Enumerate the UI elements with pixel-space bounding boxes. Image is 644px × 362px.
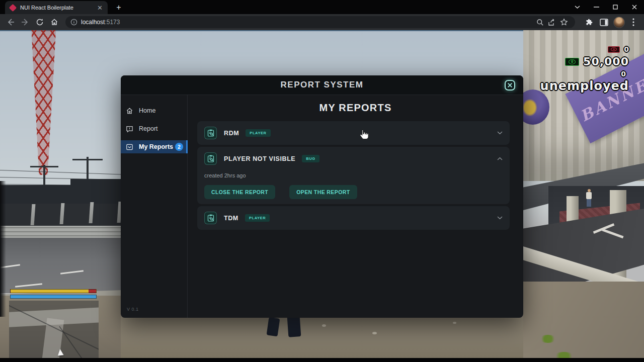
sidebar-item-my-reports[interactable]: My Reports 2 [121, 140, 187, 153]
globe-sign-logo [521, 98, 538, 118]
zoom-icon[interactable] [534, 17, 546, 28]
report-list: RDM PLAYER [197, 121, 510, 230]
ground-center [121, 314, 523, 362]
extensions-puzzle-icon[interactable] [582, 16, 595, 29]
player-leg [287, 315, 301, 337]
modal-body: Home Report My Reports 2 V 0.1 [121, 95, 523, 318]
close-report-button[interactable]: CLOSE THE REPORT [204, 185, 275, 199]
clipboard-search-icon [204, 152, 217, 165]
cash-green-oval: 0 [569, 59, 576, 64]
window-close-icon[interactable] [625, 0, 644, 14]
game-viewport: BANNER 0 0 [0, 30, 644, 362]
pebble [372, 332, 377, 334]
modal-sidebar: Home Report My Reports 2 V 0.1 [121, 95, 188, 318]
report-card-player-not-visible: PLAYER NOT VISIBLE BUG created 2hrs ago … [197, 147, 510, 204]
tab-title: NUI React Boilerplate [20, 5, 96, 11]
clipboard-search-icon [204, 212, 217, 224]
hud-cash-red-value: 0 [624, 45, 629, 53]
report-title: RDM [224, 130, 239, 137]
sidebar-item-home[interactable]: Home [121, 104, 187, 117]
site-info-icon[interactable] [70, 19, 77, 26]
browser-tab[interactable]: NUI React Boilerplate ✕ [5, 1, 108, 14]
profile-avatar[interactable] [613, 17, 625, 28]
minimap-map [9, 301, 99, 358]
minimap-player-arrow [57, 348, 63, 355]
active-item-accent [186, 140, 188, 153]
close-x-icon [508, 83, 512, 87]
minimap-rail-line [59, 326, 92, 358]
sidebar-item-report[interactable]: Report [121, 122, 187, 135]
minimap-stamina-bar [10, 289, 97, 293]
building-silhouette [0, 185, 75, 205]
minimap-armor-bar [10, 295, 97, 299]
home-icon [126, 107, 133, 115]
browser-titlebar: NUI React Boilerplate ✕ + [0, 0, 644, 14]
report-tag-badge: BUG [302, 155, 319, 162]
hud-cash-red-row: 0 0 [540, 45, 629, 53]
window-maximize-icon[interactable] [606, 0, 625, 14]
gravel-ground-right [523, 282, 644, 362]
bookmark-star-icon[interactable] [558, 17, 570, 28]
home-button-icon[interactable] [48, 16, 61, 29]
inbox-icon [126, 143, 133, 151]
chevron-up-icon[interactable] [497, 157, 503, 160]
report-card-header[interactable]: PLAYER NOT VISIBLE BUG [197, 147, 510, 170]
hud-cash-green-row: 0 50,000 [540, 55, 629, 68]
version-label: V 0.1 [127, 307, 139, 312]
report-card-header[interactable]: RDM PLAYER [197, 121, 510, 145]
screen: NUI React Boilerplate ✕ + [0, 0, 644, 362]
report-system-modal: REPORT SYSTEM Home Report [121, 75, 523, 318]
hud-cash-small-value: 0 [540, 70, 626, 78]
browser-menu-kebab-icon[interactable] [627, 16, 640, 29]
report-title: PLAYER NOT VISIBLE [224, 155, 295, 162]
url-port: :5173 [105, 19, 120, 26]
sidebar-item-label: Home [139, 107, 155, 114]
letterbox-bottom-bar [0, 358, 644, 362]
report-title: TDM [224, 215, 238, 222]
address-bar[interactable]: localhost :5173 [65, 16, 575, 28]
median-barrier [0, 226, 126, 238]
npc-pedestrian-torso [586, 192, 592, 199]
chevron-down-icon[interactable] [497, 131, 503, 135]
sidebar-item-label: My Reports [139, 143, 173, 150]
sidebar-item-label: Report [139, 125, 158, 132]
hud-cash-green-value: 50,000 [583, 55, 629, 68]
utility-pole-crossarm [30, 166, 58, 167]
pebble [322, 324, 326, 327]
forward-button-icon[interactable] [19, 16, 32, 29]
cash-red-oval: 0 [611, 47, 617, 51]
report-card-header[interactable]: TDM PLAYER [197, 206, 510, 230]
back-button-icon[interactable] [4, 16, 17, 29]
new-tab-button[interactable]: + [113, 3, 125, 13]
report-tag-badge: PLAYER [245, 214, 270, 222]
chevron-down-icon[interactable] [497, 216, 503, 220]
hud-minimap [9, 288, 99, 358]
message-alert-icon [126, 125, 133, 133]
window-controls [568, 0, 644, 14]
window-minimize-icon[interactable] [587, 0, 606, 14]
modal-close-button[interactable] [505, 80, 515, 90]
report-card-tdm: TDM PLAYER [197, 206, 510, 230]
report-actions: CLOSE THE REPORT OPEN THE REPORT [204, 185, 503, 199]
cash-red-icon: 0 [608, 46, 620, 53]
my-reports-count-badge: 2 [175, 143, 183, 151]
modal-main: MY REPORTS RDM PLAYER [188, 95, 523, 318]
window-menu-chevron-icon[interactable] [568, 0, 587, 14]
reload-button-icon[interactable] [33, 16, 46, 29]
scene-left-edge-shadow [0, 181, 6, 317]
open-report-button[interactable]: OPEN THE REPORT [289, 185, 357, 199]
mouse-cursor-hand [358, 129, 369, 141]
hud-money: 0 0 0 50,000 0 unemployed [540, 45, 629, 93]
report-tag-badge: PLAYER [246, 129, 270, 137]
url-host: localhost [81, 19, 105, 26]
clipboard-search-icon [204, 127, 217, 139]
side-panel-icon[interactable] [597, 16, 610, 29]
pebble [453, 322, 456, 324]
tab-close-icon[interactable]: ✕ [96, 4, 104, 12]
report-created-text: created 2hrs ago [204, 172, 503, 178]
share-icon[interactable] [546, 17, 558, 28]
cash-green-icon: 0 [565, 58, 579, 66]
page-title: MY REPORTS [188, 102, 523, 114]
modal-header: REPORT SYSTEM [121, 75, 523, 95]
utility-pole-crossarm [72, 159, 103, 160]
